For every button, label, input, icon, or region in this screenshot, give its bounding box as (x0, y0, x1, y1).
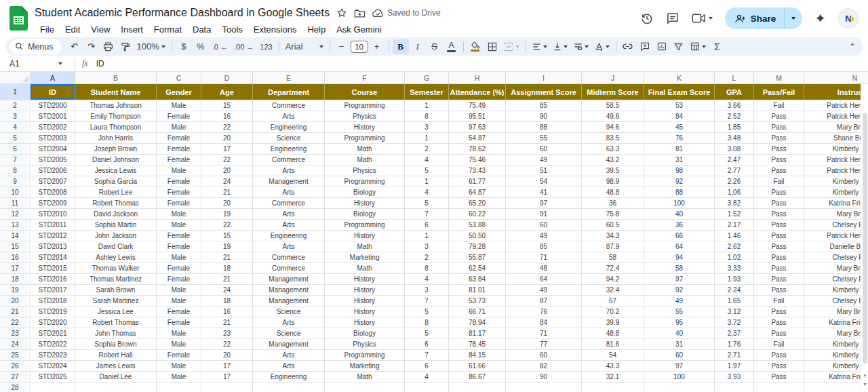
cell[interactable]: Daniel Lee (75, 372, 157, 383)
cell[interactable]: Female (157, 274, 201, 285)
cell[interactable]: 54.87 (449, 133, 506, 144)
cell[interactable]: Female (157, 241, 201, 252)
cell[interactable]: Ashley Lewis (75, 252, 157, 263)
cell[interactable]: 82 (506, 361, 582, 372)
cell[interactable]: Shane Brooks (804, 133, 868, 144)
menu-tools[interactable]: Tools (216, 23, 248, 36)
cell[interactable]: 5 (405, 307, 449, 317)
move-to-folder-icon[interactable] (354, 8, 366, 18)
cell[interactable]: Mary Brown (804, 328, 868, 339)
header-cell-instructor[interactable]: Instructor (804, 84, 868, 100)
cell[interactable]: STD2008 (31, 187, 75, 198)
row-header-28[interactable]: 28 (0, 383, 31, 392)
cell[interactable]: Sophia Martin (75, 220, 157, 231)
menu-view[interactable]: View (85, 23, 115, 36)
column-header-B[interactable]: B (75, 72, 157, 84)
cell[interactable]: STD2019 (31, 307, 75, 317)
name-box[interactable]: A1 (9, 59, 68, 68)
cell[interactable]: 3.66 (715, 100, 754, 111)
cell[interactable]: 100 (644, 372, 715, 383)
cell[interactable]: Robert Lee (75, 187, 157, 198)
cell[interactable]: 22 (201, 122, 253, 133)
cell[interactable]: Arts (253, 165, 325, 176)
cell[interactable]: 75.49 (449, 100, 506, 111)
cell[interactable]: Chelsey Porter (804, 274, 868, 285)
cell[interactable]: STD2023 (31, 350, 75, 361)
cell[interactable]: Patrick Hernandez (804, 155, 868, 165)
format-percent-button[interactable]: % (193, 39, 209, 54)
cell[interactable]: 100 (644, 198, 715, 209)
cell[interactable]: Fail (754, 176, 804, 187)
cell[interactable]: Thomas Johnson (75, 100, 157, 111)
cell[interactable]: 3.33 (715, 263, 754, 274)
cell[interactable]: Sophia Garcia (75, 176, 157, 187)
cell[interactable]: Math (325, 241, 405, 252)
cell[interactable]: STD2002 (31, 122, 75, 133)
cell[interactable]: 48 (506, 263, 582, 274)
row-header-9[interactable]: 9 (0, 176, 31, 187)
cell[interactable]: Pass (754, 111, 804, 122)
cell[interactable]: Mary Brown (804, 209, 868, 220)
header-cell-id[interactable]: ID (31, 84, 75, 100)
cell[interactable]: Management (253, 339, 325, 350)
cell[interactable]: 84 (644, 111, 715, 122)
cell[interactable]: 94.6 (582, 122, 644, 133)
cell[interactable]: 1.52 (715, 209, 754, 220)
cell[interactable]: 58 (644, 263, 715, 274)
cell[interactable]: 81.17 (449, 328, 506, 339)
cell[interactable]: 7 (405, 296, 449, 307)
row-header-21[interactable]: 21 (0, 307, 31, 317)
menu-ask-gemini[interactable]: Ask Gemini (331, 23, 387, 36)
cell[interactable]: Male (157, 122, 201, 133)
cell[interactable]: 1.97 (715, 361, 754, 372)
cell[interactable]: 55.87 (449, 252, 506, 263)
cell[interactable]: 48.8 (582, 187, 644, 198)
table-tools-button[interactable] (688, 39, 709, 54)
cell[interactable]: Pass (754, 165, 804, 176)
cell[interactable]: 49 (506, 285, 582, 296)
cell[interactable]: STD2020 (31, 317, 75, 328)
cell[interactable] (31, 383, 75, 392)
cell[interactable]: 83.5 (582, 133, 644, 144)
cell[interactable]: 1 (405, 231, 449, 241)
undo-button[interactable]: ↶ (66, 39, 83, 54)
cell[interactable]: 3.93 (715, 372, 754, 383)
header-cell-age[interactable]: Age (201, 84, 253, 100)
cell[interactable]: 70.2 (582, 307, 644, 317)
cell[interactable]: 66.71 (449, 307, 506, 317)
cell[interactable]: 60.5 (582, 220, 644, 231)
header-cell-midterm-score[interactable]: Midterm Score (582, 84, 644, 100)
row-header-1[interactable]: 1 (0, 84, 31, 100)
column-header-G[interactable]: G (405, 72, 449, 84)
decrease-font-size-button[interactable]: − (334, 39, 350, 54)
row-header-7[interactable]: 7 (0, 155, 31, 165)
cell[interactable] (644, 383, 715, 392)
cell[interactable]: 20 (201, 198, 253, 209)
cell[interactable]: Thomas Martinez (75, 274, 157, 285)
cell[interactable] (405, 383, 449, 392)
cell[interactable]: 49 (506, 155, 582, 165)
cell[interactable]: Pass (754, 285, 804, 296)
cell[interactable]: 48.8 (582, 328, 644, 339)
column-header-L[interactable]: L (715, 72, 754, 84)
cell[interactable]: 65.20 (449, 198, 506, 209)
cell[interactable]: 4 (405, 155, 449, 165)
cell[interactable]: 97 (644, 361, 715, 372)
row-header-14[interactable]: 14 (0, 231, 31, 241)
cell[interactable]: Katrina Friedman (804, 372, 868, 383)
cell[interactable]: Male (157, 339, 201, 350)
cell[interactable]: 39.9 (582, 317, 644, 328)
cell[interactable]: STD2016 (31, 274, 75, 285)
cell[interactable] (715, 383, 754, 392)
format-currency-button[interactable]: $ (176, 39, 192, 54)
cell[interactable]: Chelsey Porter (804, 252, 868, 263)
cell[interactable]: 1 (405, 100, 449, 111)
header-cell-gpa[interactable]: GPA (715, 84, 754, 100)
cell[interactable]: Math (325, 372, 405, 383)
cell[interactable]: 17 (201, 372, 253, 383)
cell[interactable]: 76 (644, 133, 715, 144)
cell[interactable]: 49 (506, 231, 582, 241)
column-header-J[interactable]: J (582, 72, 644, 84)
cell[interactable]: Math (325, 263, 405, 274)
cell[interactable]: Mary Brown (804, 307, 868, 317)
